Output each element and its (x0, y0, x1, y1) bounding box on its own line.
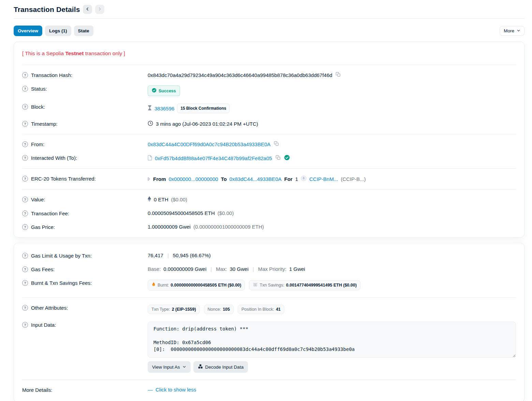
from-address-link[interactable]: 0x83dC44a4C00DFf69d0A0c7c94B20b53a4933BE… (148, 141, 270, 147)
divider (22, 168, 516, 169)
transaction-hash-row: ? Transaction Hash: 0x843dc70a4a29d79234… (22, 68, 516, 82)
minus-icon: — (148, 387, 153, 392)
base-fee-label: Base: (148, 266, 161, 272)
position-in-block-badge: Position In Block: 41 (238, 305, 284, 314)
help-icon[interactable]: ? (22, 280, 28, 286)
max-fee-label: Max: (216, 266, 227, 272)
divider (22, 65, 516, 65)
copy-icon (274, 141, 279, 147)
tab-list: Overview Logs (1) State (14, 26, 93, 36)
help-icon[interactable]: ? (22, 322, 28, 328)
tab-logs[interactable]: Logs (1) (45, 26, 71, 36)
help-icon[interactable]: ? (22, 211, 28, 216)
input-data-actions: View Input As Decode Input Data (148, 361, 516, 373)
erc20-from-address-link[interactable]: 0x000000...00000000 (169, 176, 218, 182)
block-number-link[interactable]: 3836596 (154, 106, 174, 111)
banner-bold: Testnet (65, 50, 84, 56)
copy-hash-button[interactable] (335, 72, 341, 78)
gas-price-eth: (0.000000001000000009 ETH) (193, 224, 264, 230)
overview-card: [ This is a Sepolia Testnet transaction … (14, 42, 524, 237)
separator: | (166, 252, 170, 258)
separator: | (209, 266, 213, 272)
help-icon[interactable]: ? (22, 141, 28, 147)
eth-diamond-icon (148, 196, 151, 203)
token-name-link[interactable]: CCIP-BnM... (309, 176, 338, 182)
interacted-with-address-link[interactable]: 0xFd57b4ddBf88a4e07fF4e34C487b99af2Fe82a… (155, 155, 272, 161)
divider (22, 297, 516, 298)
other-attributes-label: Other Attributes: (31, 305, 68, 311)
erc20-amount: 1 (295, 176, 298, 182)
copy-icon (276, 155, 281, 161)
burnt-fee-value: 0.000000000000458505 ETH ($0.00) (171, 283, 241, 288)
help-icon[interactable]: ? (22, 104, 28, 110)
txn-type-value: 2 (EIP-1559) (172, 307, 196, 312)
page-header: Transaction Details (14, 4, 524, 18)
flame-icon (151, 282, 156, 288)
chevron-right-icon (98, 7, 102, 12)
show-less-text: Click to show less (156, 387, 196, 392)
view-input-as-button[interactable]: View Input As (148, 361, 191, 373)
erc20-to-word: To (221, 176, 227, 182)
max-priority-fee-label: Max Priority: (258, 266, 286, 272)
copy-icon (336, 72, 341, 78)
erc20-transfers-row: ? ERC-20 Tokens Transferred: From 0x0000… (22, 172, 516, 186)
help-icon[interactable]: ? (22, 176, 28, 182)
gas-fees-row: ? Gas Fees: Base: 0.000000009 Gwei | Max… (22, 262, 516, 276)
status-text: Success (159, 89, 176, 93)
help-icon[interactable]: ? (22, 72, 28, 78)
status-row: ? Status: Success (22, 82, 516, 100)
copy-from-address-button[interactable] (273, 141, 280, 147)
tab-state[interactable]: State (74, 26, 93, 36)
position-in-block-key: Position In Block: (241, 307, 274, 312)
gas-limit-value: 76,417 (148, 252, 163, 258)
help-icon[interactable]: ? (22, 305, 28, 311)
help-icon[interactable]: ? (22, 155, 28, 161)
gas-price-label: Gas Price: (31, 224, 55, 230)
help-icon[interactable]: ? (22, 121, 28, 127)
chevron-down-icon (517, 28, 520, 33)
gas-price-amount: 1.000000009 Gwei (148, 224, 191, 230)
transaction-hash-value: 0x843dc70a4a29d79234c49a904c363d6c46640a… (148, 72, 332, 78)
chevron-down-icon (182, 365, 186, 370)
erc20-to-address-link[interactable]: 0x83dC44...4933BE0A (230, 176, 282, 182)
check-circle-icon (152, 88, 157, 94)
more-button-label: More (504, 28, 514, 33)
decode-input-data-label: Decode Input Data (205, 365, 244, 370)
previous-transaction-button[interactable] (83, 5, 92, 14)
help-icon[interactable]: ? (22, 253, 28, 259)
from-row: ? From: 0x83dC44a4C00DFf69d0A0c7c94B20b5… (22, 137, 516, 151)
banner-post: transaction only ] (84, 50, 125, 56)
burnt-fee-badge: Burnt: 0.000000000000458505 ETH ($0.00) (148, 280, 245, 291)
decode-input-data-button[interactable]: Decode Input Data (193, 361, 248, 373)
help-icon[interactable]: ? (22, 197, 28, 202)
token-symbol: (CCIP-B...) (341, 176, 366, 182)
more-details-label: More Details: (22, 387, 52, 393)
block-label: Block: (31, 104, 45, 110)
details-card: ? Gas Limit & Usage by Txn: 76,417 | 50,… (14, 243, 524, 401)
txn-type-badge: Txn Type: 2 (EIP-1559) (148, 305, 200, 314)
more-dropdown-button[interactable]: More (500, 26, 524, 36)
input-data-row: ? Input Data: Function: drip(address tok… (22, 318, 516, 376)
from-label: From: (31, 141, 44, 147)
burnt-fees-row: ? Burnt & Txn Savings Fees: Burnt: 0.000… (22, 276, 516, 294)
input-data-textarea[interactable]: Function: drip(address token) *** Method… (148, 322, 516, 358)
testnet-banner: [ This is a Sepolia Testnet transaction … (22, 45, 516, 62)
help-icon[interactable]: ? (22, 266, 28, 272)
tab-overview[interactable]: Overview (14, 26, 42, 36)
next-transaction-button[interactable] (95, 5, 104, 14)
click-to-show-less-link[interactable]: —Click to show less (148, 387, 196, 392)
help-icon[interactable]: ? (22, 224, 28, 230)
txn-type-key: Txn Type: (151, 307, 170, 312)
copy-contract-address-button[interactable] (275, 155, 281, 161)
value-amount: 0 ETH (154, 197, 168, 202)
more-details-row: More Details: —Click to show less (22, 383, 516, 397)
block-confirmations-badge: 15 Block Confirmations (177, 104, 230, 113)
interacted-with-row: ? Interacted With (To): 0xFd57b4ddBf88a4… (22, 151, 516, 165)
timestamp-label: Timestamp: (31, 121, 58, 127)
money-with-wings-icon (253, 282, 258, 288)
gas-price-row: ? Gas Price: 1.000000009 Gwei (0.0000000… (22, 220, 516, 234)
view-input-as-label: View Input As (152, 365, 180, 370)
help-icon[interactable]: ? (22, 86, 28, 92)
value-usd: ($0.00) (171, 197, 188, 202)
transaction-fee-usd: ($0.00) (218, 210, 234, 216)
